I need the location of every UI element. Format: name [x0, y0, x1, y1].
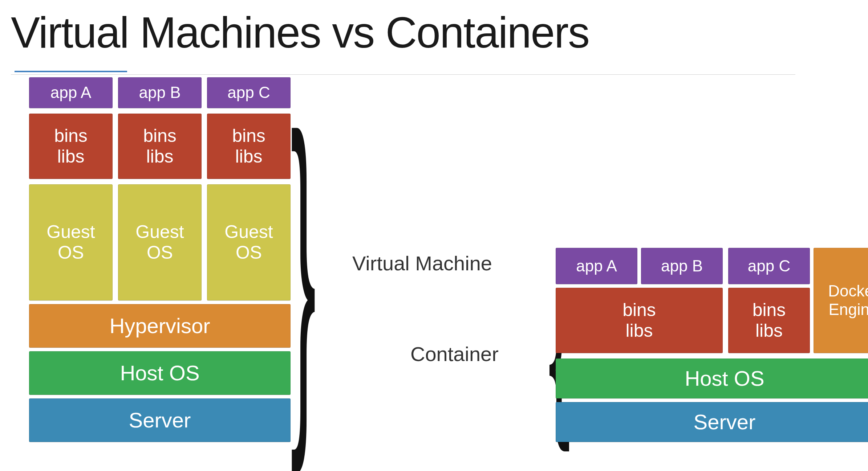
vm-app-box: app A	[29, 77, 113, 108]
vm-stack: Server Host OS Hypervisor Guest OS bins …	[29, 72, 291, 442]
container-app-box: app C	[728, 248, 810, 284]
container-brace-label: Container	[410, 342, 499, 366]
vm-server-box: Server	[29, 398, 291, 442]
docker-engine-box: Docker Engine	[814, 248, 868, 353]
vm-column-3: Guest OS bins libs app C	[207, 79, 291, 300]
vm-column-1: Guest OS bins libs app A	[29, 79, 113, 300]
vm-guest-os-box: Guest OS	[207, 184, 291, 300]
container-server-box: Server	[556, 402, 868, 442]
vm-app-box: app B	[118, 77, 202, 108]
vm-column-2: Guest OS bins libs app B	[118, 79, 202, 300]
diagram-stage: Server Host OS Hypervisor Guest OS bins …	[11, 72, 850, 456]
vm-bins-libs-box: bins libs	[207, 114, 291, 179]
vm-guest-os-box: Guest OS	[29, 184, 113, 300]
vm-app-box: app C	[207, 77, 291, 108]
vm-hypervisor-box: Hypervisor	[29, 304, 291, 348]
slide-title: Virtual Machines vs Containers	[11, 7, 850, 57]
container-bins-libs-box: bins libs	[728, 288, 810, 353]
vm-brace-label: Virtual Machine	[352, 251, 492, 275]
container-host-os-box: Host OS	[556, 359, 868, 398]
container-app-box: app A	[556, 248, 637, 284]
vm-host-os-box: Host OS	[29, 351, 291, 395]
container-stack: Server Host OS Docker Engine bins libs b…	[556, 232, 868, 442]
vm-bins-libs-box: bins libs	[29, 114, 113, 179]
container-bins-libs-shared-box: bins libs	[556, 288, 723, 353]
vm-bins-libs-box: bins libs	[118, 114, 202, 179]
vm-guest-os-box: Guest OS	[118, 184, 202, 300]
container-app-box: app B	[641, 248, 723, 284]
